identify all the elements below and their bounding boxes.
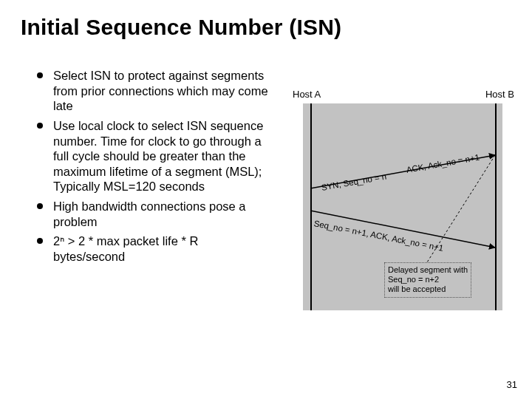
sequence-diagram: Host A Host B SYN, Seq_no = n ACK, Ack_n…	[288, 89, 510, 325]
slide: Initial Sequence Number (ISN) Select ISN…	[0, 0, 532, 399]
slide-title: Initial Sequence Number (ISN)	[21, 15, 341, 40]
bullet-text: Use local clock to select ISN sequence n…	[53, 119, 263, 194]
page-number: 31	[507, 379, 517, 390]
delayed-segment-note: Delayed segment with Seq_no = n+2 will b…	[384, 262, 471, 298]
bullet-text: High bandwidth connections pose a proble…	[53, 200, 246, 228]
bullet-list: Select ISN to protect against segments f…	[34, 68, 270, 269]
bullet-item: 2ⁿ > 2 * max packet life * R bytes/secon…	[34, 233, 270, 264]
host-b-label: Host B	[485, 89, 514, 100]
bullet-item: Use local clock to select ISN sequence n…	[34, 118, 270, 194]
bullet-item: Select ISN to protect against segments f…	[34, 68, 270, 114]
host-a-label: Host A	[293, 89, 321, 100]
bullet-item: High bandwidth connections pose a proble…	[34, 199, 270, 229]
bullet-text: Select ISN to protect against segments f…	[53, 69, 268, 112]
note-text: Delayed segment with Seq_no = n+2 will b…	[388, 265, 468, 293]
bullet-text: 2ⁿ > 2 * max packet life * R bytes/secon…	[53, 234, 198, 263]
